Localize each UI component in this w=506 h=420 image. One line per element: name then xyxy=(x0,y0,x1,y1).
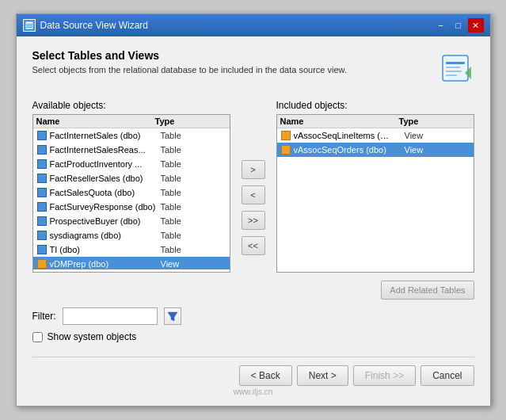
list-item[interactable]: FactResellerSales (dbo) Table xyxy=(33,171,230,185)
remove-all-button[interactable]: << xyxy=(242,236,265,255)
view-icon xyxy=(280,144,291,155)
included-col-name: Name xyxy=(280,116,399,126)
navigation-buttons: < Back Next > Finish >> Cancel xyxy=(32,357,474,386)
table-icon xyxy=(36,173,48,184)
page-subtitle: Select objects from the relational datab… xyxy=(32,65,347,74)
included-list-items: vAssocSeqLineItems (… View vAssocSeqOrde… xyxy=(277,128,474,269)
show-system-checkbox[interactable] xyxy=(32,332,43,342)
included-list-container: Name Type vAssocSeqLineItems (… View vAs… xyxy=(276,114,474,273)
view-icon xyxy=(36,258,48,269)
header-section: Select Tables and Views Select objects f… xyxy=(32,49,474,87)
list-item[interactable]: TI (dbo) Table xyxy=(33,242,230,257)
transfer-buttons: > < >> << xyxy=(237,116,270,300)
show-system-row: Show system objects xyxy=(32,331,474,342)
view-icon xyxy=(280,130,291,141)
list-item[interactable]: vAssocSeqOrders (dbo) View xyxy=(277,143,474,157)
available-objects-panel: Available objects: Name Type FactInterne… xyxy=(32,100,230,300)
watermark: www.itjs.cn xyxy=(32,386,474,396)
add-all-button[interactable]: >> xyxy=(242,211,265,230)
filter-input[interactable] xyxy=(63,307,158,325)
list-item[interactable]: FactInternetSales (dbo) Table xyxy=(33,128,230,143)
included-objects-panel: Included objects: Name Type vAssocSeqLin… xyxy=(276,100,474,300)
available-col-type: Type xyxy=(155,116,215,126)
close-button[interactable]: ✕ xyxy=(468,18,484,32)
list-item[interactable]: FactSalesQuota (dbo) Table xyxy=(33,185,230,200)
included-label: Included objects: xyxy=(276,100,474,111)
available-label: Available objects: xyxy=(32,100,230,111)
svg-rect-6 xyxy=(446,67,460,68)
table-icon xyxy=(36,130,48,141)
filter-label: Filter: xyxy=(32,311,56,322)
svg-marker-10 xyxy=(168,312,177,321)
bottom-row: Filter: Show system objects xyxy=(32,307,474,352)
table-icon xyxy=(36,187,48,198)
title-bar: Data Source View Wizard − □ ✕ xyxy=(17,14,490,36)
list-item[interactable]: FactSurveyResponse (dbo) Table xyxy=(33,200,230,214)
main-window: Data Source View Wizard − □ ✕ Select Tab… xyxy=(16,13,491,407)
next-button[interactable]: Next > xyxy=(297,365,348,386)
wizard-icon xyxy=(436,49,474,87)
svg-rect-5 xyxy=(446,62,465,64)
finish-button[interactable]: Finish >> xyxy=(353,365,416,386)
table-icon xyxy=(36,216,48,227)
svg-rect-1 xyxy=(26,24,32,25)
add-related-tables-button[interactable]: Add Related Tables xyxy=(381,281,474,300)
svg-rect-2 xyxy=(26,25,32,26)
table-icon xyxy=(36,201,48,212)
filter-row: Filter: xyxy=(32,307,474,325)
included-col-type: Type xyxy=(399,116,470,126)
minimize-button[interactable]: − xyxy=(433,18,449,32)
list-item[interactable]: vAssocSeqLineItems (… View xyxy=(277,128,474,143)
list-item[interactable]: ProspectiveBuyer (dbo) Table xyxy=(33,214,230,228)
available-col-name: Name xyxy=(36,116,155,126)
remove-one-button[interactable]: < xyxy=(242,185,265,204)
available-list-items: FactInternetSales (dbo) Table FactIntern… xyxy=(33,128,230,269)
svg-rect-3 xyxy=(26,27,32,28)
table-icon xyxy=(36,144,48,155)
dialog-content: Select Tables and Views Select objects f… xyxy=(17,36,490,406)
list-item[interactable]: sysdiagrams (dbo) Table xyxy=(33,228,230,242)
svg-rect-8 xyxy=(446,74,457,76)
filter-icon-button[interactable] xyxy=(164,307,181,325)
svg-rect-7 xyxy=(446,71,462,72)
window-title: Data Source View Wizard xyxy=(40,20,149,31)
list-item[interactable]: FactInternetSalesReas... Table xyxy=(33,143,230,157)
table-icon xyxy=(36,230,48,241)
cancel-button[interactable]: Cancel xyxy=(420,365,474,386)
table-icon xyxy=(36,158,48,170)
back-button[interactable]: < Back xyxy=(239,365,292,386)
app-icon xyxy=(23,19,36,32)
main-area: Available objects: Name Type FactInterne… xyxy=(32,100,474,300)
table-icon xyxy=(36,244,48,255)
list-item[interactable]: FactProductInventory ... Table xyxy=(33,157,230,171)
available-list-container: Name Type FactInternetSales (dbo) Table … xyxy=(32,114,230,273)
maximize-button[interactable]: □ xyxy=(451,18,466,32)
show-system-label: Show system objects xyxy=(48,331,137,342)
add-one-button[interactable]: > xyxy=(242,160,265,179)
list-item[interactable]: vDMPrep (dbo) View xyxy=(33,257,230,269)
available-list-header: Name Type xyxy=(33,115,230,128)
included-list-header: Name Type xyxy=(277,115,474,128)
page-title: Select Tables and Views xyxy=(32,49,347,62)
